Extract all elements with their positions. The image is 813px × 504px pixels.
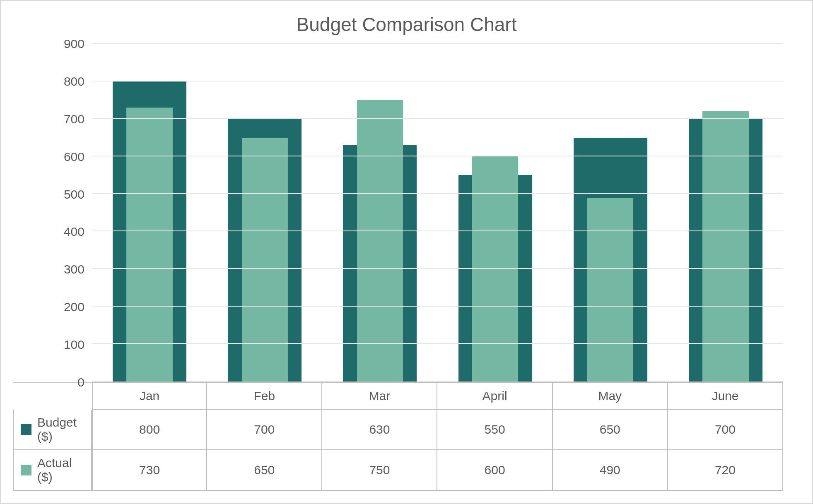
category-header: May xyxy=(553,383,668,410)
plot-area xyxy=(92,44,783,382)
bar-group xyxy=(438,44,553,382)
table-cell: 650 xyxy=(553,410,668,450)
y-tick-label: 400 xyxy=(64,225,84,239)
category-header: April xyxy=(437,383,552,410)
legend-label: Actual ($) xyxy=(37,456,88,484)
legend-row-actual: Actual ($) xyxy=(13,450,92,491)
y-tick-label: 0 xyxy=(77,375,84,389)
category-header: Jan xyxy=(92,383,207,410)
y-tick-label: 300 xyxy=(64,262,84,276)
bar-actual xyxy=(242,138,288,382)
bar-group xyxy=(668,44,783,382)
table-cell: 800 xyxy=(92,410,207,450)
y-tick-label: 800 xyxy=(64,74,84,89)
y-tick-label: 100 xyxy=(64,338,84,352)
bar-actual xyxy=(357,100,403,382)
y-tick-label: 600 xyxy=(64,150,84,164)
bar-actual xyxy=(702,111,748,382)
chart-body: 0100200300400500600700800900 JanFebMarAp… xyxy=(13,44,800,491)
bars-layer xyxy=(92,44,783,382)
y-tick-label: 700 xyxy=(64,112,84,126)
y-axis: 0100200300400500600700800900 xyxy=(13,44,92,382)
category-header: June xyxy=(668,383,783,410)
bar-actual xyxy=(587,198,633,382)
category-header: Feb xyxy=(207,383,322,410)
bar-group xyxy=(322,44,437,382)
plot-row: 0100200300400500600700800900 xyxy=(13,44,800,382)
table-cell: 650 xyxy=(207,450,322,491)
bar-group xyxy=(207,44,322,382)
legend-row-budget: Budget ($) xyxy=(13,410,92,450)
bar-group xyxy=(553,44,668,382)
table-cell: 700 xyxy=(668,410,783,450)
legend-label: Budget ($) xyxy=(37,415,88,444)
y-tick-label: 200 xyxy=(64,300,84,314)
table-cell: 630 xyxy=(322,410,437,450)
y-tick-label: 900 xyxy=(64,37,84,51)
table-cell: 600 xyxy=(437,450,552,491)
table-cell: 730 xyxy=(92,450,207,491)
category-header: Mar xyxy=(322,383,437,410)
bar-group xyxy=(92,44,207,382)
table-cell: 490 xyxy=(553,450,668,491)
table-cell: 750 xyxy=(322,450,437,491)
table-cell: 720 xyxy=(668,450,783,491)
y-tick-label: 500 xyxy=(64,187,84,202)
bar-actual xyxy=(472,156,518,382)
legend-swatch-actual xyxy=(21,465,31,475)
chart-title: Budget Comparison Chart xyxy=(13,13,800,36)
bar-actual xyxy=(126,108,172,382)
table-cell: 550 xyxy=(437,410,552,450)
data-table: JanFebMarAprilMayJuneBudget ($)800700630… xyxy=(13,382,783,491)
table-cell: 700 xyxy=(207,410,322,450)
chart-frame: Budget Comparison Chart 0100200300400500… xyxy=(0,0,813,504)
legend-swatch-budget xyxy=(21,424,31,435)
